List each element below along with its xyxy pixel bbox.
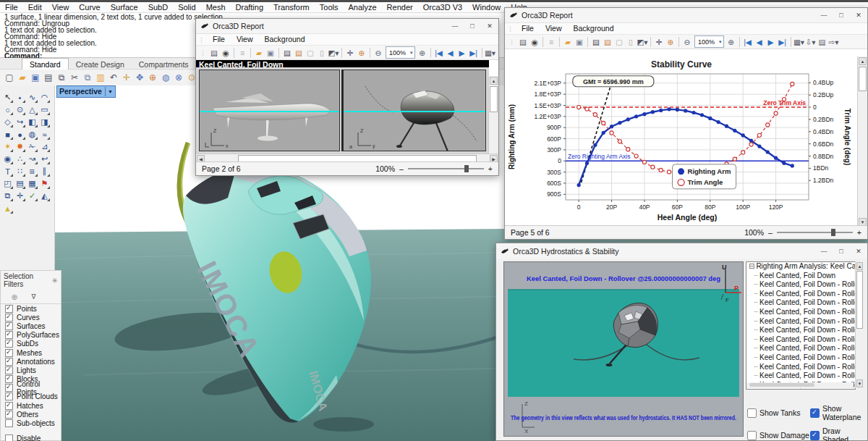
filter-item-polysurfaces[interactable]: PolySurfaces — [1, 331, 61, 340]
close-button[interactable]: ✕ — [850, 243, 867, 259]
report1-titlebar[interactable]: Orca3D Report — □ ✕ — [196, 19, 498, 34]
zoom-in-control[interactable]: + — [857, 228, 861, 237]
paste-icon[interactable]: ▥ — [94, 71, 107, 84]
toolbar-tab-create-design[interactable]: Create Design — [69, 59, 132, 70]
filter-tab-objects-icon[interactable]: ◎ — [7, 293, 22, 301]
tree-item-rollover-2[interactable]: Keel Canted, Foil Down - Rollover @5. — [746, 290, 855, 299]
export-report-icon[interactable]: ⇩▾ — [805, 36, 817, 48]
filter-item-hatches[interactable]: Hatches — [1, 401, 61, 410]
report1-menu-file[interactable]: File — [207, 34, 231, 45]
open-report-icon[interactable]: ▰ — [562, 36, 574, 48]
page-layout-icon[interactable]: ▦▾ — [793, 36, 805, 48]
cone-sphere-icon[interactable]: ◭ — [38, 190, 51, 202]
filter-item-curves[interactable]: Curves — [1, 313, 61, 322]
boolean-union-icon[interactable]: ◉ — [1, 153, 14, 165]
copy-stack-icon[interactable]: ⧉ — [1, 190, 14, 202]
tree-item-rollover-9[interactable]: Keel Canted, Foil Down - Rollover @40 — [746, 353, 855, 363]
checkbox-annotations[interactable] — [5, 358, 13, 366]
curved-surface-icon[interactable]: ◨ — [38, 116, 51, 128]
report2-menu-view[interactable]: View — [540, 23, 568, 34]
print-preview-icon[interactable]: ▢ — [305, 47, 316, 59]
filter-item-point-clouds[interactable]: Point Clouds — [1, 392, 61, 401]
rhino-menu-window[interactable]: Window — [467, 2, 506, 12]
filter-item-meshes[interactable]: Meshes — [1, 348, 61, 357]
checkbox-others[interactable] — [5, 411, 13, 419]
box-icon[interactable]: ■ — [1, 128, 14, 140]
rhino-menu-render[interactable]: Render — [382, 2, 418, 12]
array-icon[interactable]: ∥ — [38, 165, 51, 177]
tree-horizontal-scrollbar[interactable] — [746, 382, 854, 388]
curve-tools-icon[interactable]: ↪ — [14, 116, 26, 128]
page-icon[interactable]: ▯ — [316, 47, 328, 59]
checkbox-lights[interactable] — [5, 366, 13, 374]
tree-item-rollover-4[interactable]: Keel Canted, Foil Down - Rollover @15 — [746, 308, 855, 317]
select-pointer-icon[interactable]: ↖ — [1, 91, 14, 104]
toolbar-tab-compartments[interactable]: Compartments — [132, 59, 196, 70]
tree-item-rollover-7[interactable]: Keel Canted, Foil Down - Rollover @30 — [746, 335, 855, 345]
polygon-icon[interactable]: ◇ — [1, 116, 14, 128]
cylinder-icon[interactable]: ◍ — [26, 128, 38, 140]
report1-menu-view[interactable]: View — [231, 34, 259, 45]
filter-item-points[interactable]: Points — [1, 304, 61, 313]
explode-icon[interactable]: ✶ — [1, 140, 14, 153]
rhino-menu-solid[interactable]: Solid — [173, 2, 200, 12]
gumball-icon[interactable]: ✛ — [14, 190, 26, 202]
send-report-icon[interactable]: ⇨▾ — [828, 36, 840, 48]
text-icon[interactable]: T — [1, 165, 14, 177]
last-page-icon[interactable]: ▶| — [468, 47, 480, 59]
open-file-icon[interactable]: ▰ — [16, 71, 29, 84]
rhino-menu-file[interactable]: File — [0, 2, 23, 12]
minimize-button[interactable]: — — [815, 243, 833, 259]
rhino-menu-tools[interactable]: Tools — [315, 2, 344, 12]
copy-document-icon[interactable]: ⧉ — [55, 71, 68, 84]
checkbox-hatches[interactable] — [5, 402, 13, 410]
surface-icon[interactable]: ◧ — [26, 116, 38, 128]
page-layout-icon[interactable]: ▦▾ — [485, 47, 496, 59]
maximize-button[interactable]: □ — [833, 8, 850, 22]
report2-menu-file[interactable]: File — [516, 23, 540, 34]
checkbox-disable[interactable] — [5, 434, 13, 441]
tree-root[interactable]: ⊟Righting Arm Analysis: Keel Canted, Foi… — [746, 262, 855, 272]
filter-item-disable[interactable]: Disable — [1, 434, 61, 441]
option-show-tanks[interactable]: Show Tanks — [747, 404, 810, 421]
split-icon[interactable]: ⊿ — [38, 140, 51, 153]
rectangle-icon[interactable]: ▭ — [38, 104, 51, 116]
scroll-up-icon[interactable]: ▲ — [859, 57, 867, 65]
trim-icon[interactable]: ✁ — [26, 140, 38, 153]
previous-page-icon[interactable]: ◀ — [754, 36, 765, 48]
chevron-down-icon[interactable]: ▼ — [105, 87, 113, 96]
filter-item-control-points[interactable]: Control Points — [1, 384, 61, 392]
first-page-icon[interactable]: |◀ — [742, 36, 754, 48]
first-page-icon[interactable]: |◀ — [433, 47, 445, 59]
background-color-icon[interactable]: ◩▾ — [637, 36, 648, 48]
rhino-menu-analyze[interactable]: Analyze — [343, 2, 381, 12]
scroll-up-icon[interactable]: ▲ — [856, 262, 863, 270]
righting-arm-tree[interactable]: ⊟Righting Arm Analysis: Keel Canted, Foi… — [746, 261, 856, 390]
gear-icon[interactable]: ✳ — [52, 277, 58, 285]
checkbox-surfaces[interactable] — [5, 322, 13, 330]
tree-item-rollover-6[interactable]: Keel Canted, Foil Down - Rollover @25 — [746, 326, 855, 335]
report2-menu-background[interactable]: Background — [568, 23, 620, 34]
point-icon[interactable]: • — [14, 91, 26, 104]
open-report-icon[interactable]: ▰ — [253, 47, 265, 59]
filter-tab-funnel-icon[interactable]: ∇ — [25, 293, 41, 301]
filter-item-sub-objects[interactable]: Sub-objects — [1, 419, 61, 427]
option-show-waterplane[interactable]: Show Waterplane — [810, 404, 867, 421]
minimize-button[interactable]: — — [815, 8, 833, 22]
zoom-extents-icon[interactable]: ⊗ — [172, 71, 185, 84]
checkbox-curves[interactable] — [5, 314, 13, 322]
rhino-menu-drafting[interactable]: Drafting — [231, 2, 269, 12]
scrollbar-thumb[interactable] — [490, 86, 498, 112]
print-icon[interactable]: ▤ — [281, 47, 293, 59]
report1-menu-background[interactable]: Background — [259, 34, 311, 45]
checkbox-point-clouds[interactable] — [5, 392, 13, 400]
zoom-slider-thumb[interactable] — [831, 229, 835, 236]
checkbox-blocks[interactable] — [5, 375, 13, 383]
option-show-damage[interactable]: Show Damage — [747, 427, 810, 441]
refresh-report-icon[interactable]: ≡ — [545, 36, 557, 48]
zoom-window-icon[interactable]: ◍ — [159, 71, 172, 84]
checkbox-draw-shaded[interactable] — [810, 431, 820, 440]
rhino-menu-transform[interactable]: Transform — [268, 2, 315, 12]
print-setup-icon[interactable]: ▤ — [293, 47, 305, 59]
report1-vertical-scrollbar[interactable]: ▲ ▼ — [488, 76, 498, 163]
